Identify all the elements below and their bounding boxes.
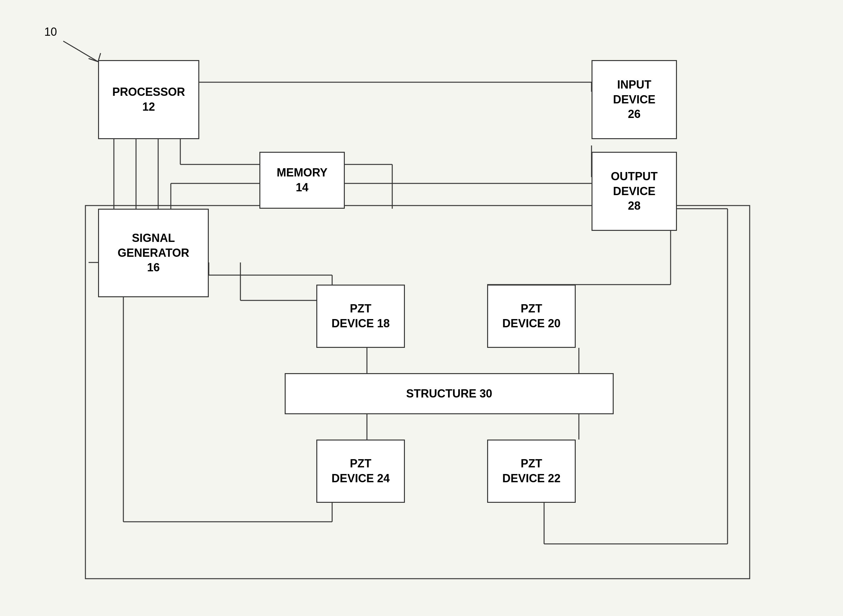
input-device-block: INPUTDEVICE26 — [592, 60, 677, 139]
reference-number: 10 — [44, 25, 57, 38]
processor-block: PROCESSOR12 — [98, 60, 199, 139]
output-device-block: OUTPUTDEVICE28 — [592, 152, 677, 231]
diagram-container: 10 PROCESSOR12 INPUTDEVICE26 OUTPUTDEVIC… — [0, 0, 843, 616]
pzt-device-20-block: PZTDEVICE 20 — [487, 285, 576, 348]
signal-generator-block: SIGNALGENERATOR16 — [98, 209, 209, 297]
memory-block: MEMORY14 — [259, 152, 345, 209]
pzt-device-18-block: PZTDEVICE 18 — [316, 285, 405, 348]
pzt-device-24-block: PZTDEVICE 24 — [316, 440, 405, 503]
pzt-device-22-block: PZTDEVICE 22 — [487, 440, 576, 503]
svg-line-0 — [63, 41, 98, 62]
structure-block: STRUCTURE 30 — [285, 373, 614, 414]
